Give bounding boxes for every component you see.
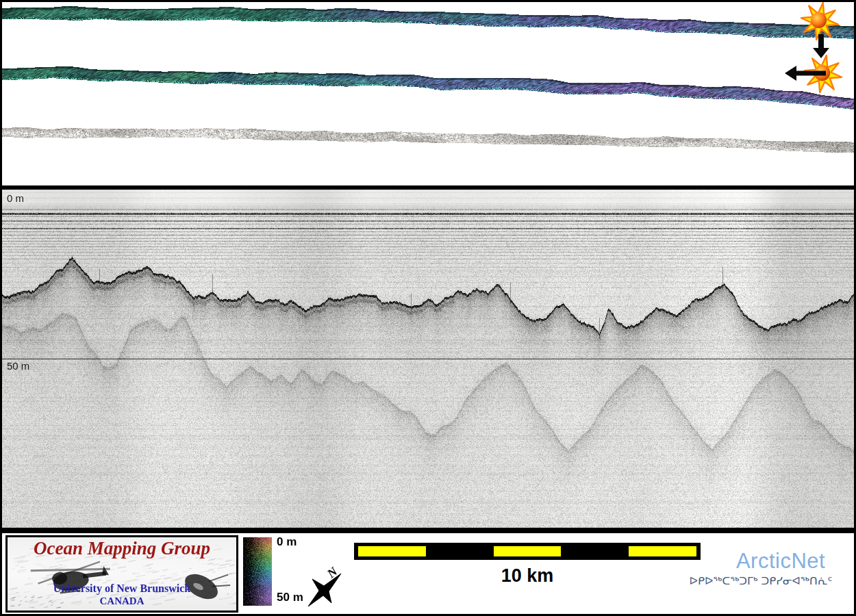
scale-bar [354, 543, 701, 560]
depth-label-0m: 0 m [7, 192, 24, 204]
arcticnet-syllabics: ᐅᑭᐅᖅᑕᖅᑐᒥᒃ ᑐᑭᓯᓂᐊᖅᑎᕇᑦ [671, 574, 851, 587]
scale-bar-segment [494, 546, 562, 556]
omg-logo-title: Ocean Mapping Group [8, 538, 236, 559]
swath-tracks-canvas [2, 2, 854, 185]
colorbar-label-0m: 0 m [277, 535, 297, 549]
scale-bar-segment [358, 546, 426, 556]
echogram-canvas [2, 190, 854, 528]
scale-bar-segment [629, 546, 696, 556]
subbottom-profile-panel: 0 m 50 m [2, 190, 854, 528]
arrow-left-icon [785, 65, 826, 81]
depth-colorbar [243, 537, 272, 606]
scale-bar-segment [561, 546, 629, 556]
north-label: N [324, 564, 340, 581]
survey-figure: 0 m 50 m Ocean Mapping Group University … [0, 0, 856, 616]
panel-divider [2, 528, 854, 533]
footer-bar: Ocean Mapping Group University of New Br… [2, 533, 854, 614]
omg-logo-university: University of New Brunswick [8, 582, 236, 595]
depth-label-50m: 50 m [7, 360, 29, 372]
north-arrow-icon: N [296, 564, 345, 613]
omg-logo-country: CANADA [8, 595, 236, 607]
scale-bar-label: 10 km [354, 565, 701, 587]
swath-track-panel [2, 2, 854, 185]
omg-logo: Ocean Mapping Group University of New Br… [5, 535, 238, 613]
scale-bar-segment [426, 546, 494, 556]
arrow-down-icon [812, 34, 830, 59]
arcticnet-logo: ArcticNet [712, 549, 849, 574]
